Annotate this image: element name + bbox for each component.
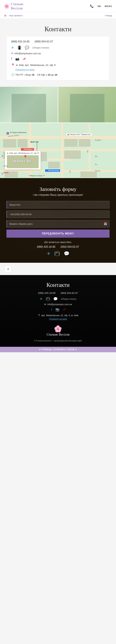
footer-pinterest-icon[interactable]: 𝒫 — [63, 308, 65, 312]
contact-card-section: (066) 425-16-85 (050) 934-62-07 ✈ 📳 💬 (О… — [0, 36, 116, 84]
phone-icon[interactable]: 📞 — [90, 4, 94, 8]
dev-footer[interactable]: ★ ГЛЯНЕЦЬ: РОЗРОБКА САЙТІВ ★ — [0, 347, 116, 352]
footer-facebook-icon[interactable]: f — [51, 308, 52, 312]
map-popup-close[interactable]: ✕ — [37, 152, 39, 154]
footer-phone1-number: 425-16-85 — [45, 292, 56, 294]
page-title-section: Контакти — [0, 18, 116, 36]
language-selector[interactable]: UA — [98, 5, 101, 8]
menu-button[interactable]: MENU — [105, 5, 112, 8]
reberna-icon: 📍 — [43, 175, 45, 176]
footer-viber-icon[interactable]: 📳 — [46, 297, 50, 301]
reberna-label: Реберня на Узвозі 📍 — [29, 175, 45, 176]
footer-instagram-icon[interactable]: 📷 — [56, 308, 59, 312]
page-title: Контакти — [3, 25, 113, 33]
phone2-prefix: (050) — [35, 40, 41, 43]
footer-map-link[interactable]: Показати на мапі — [6, 318, 110, 320]
footer-address: 📍 вул. Межигірська, 22, оф. 9, м. Київ — [6, 314, 110, 317]
phone-input[interactable] — [6, 210, 110, 218]
footer-obedna-label: (Обидва номери) — [61, 298, 76, 300]
viber-icon[interactable]: 📳 — [17, 46, 22, 50]
map-section[interactable]: М М Тараса Шевченка Sport Life ◆ АТБ-Мар… — [0, 123, 116, 178]
okko-text: ОККО — [3, 172, 8, 174]
footer-logo-line1: Стильне — [47, 333, 58, 336]
map-road-v3 — [89, 123, 90, 178]
contact-card: (066) 425-16-85 (050) 934-62-07 ✈ 📳 💬 (О… — [6, 36, 110, 80]
marry-me-label: MARRY ME — [14, 160, 32, 163]
footer-whatsapp-icon[interactable]: 💬 — [53, 297, 58, 301]
scroll-top-button[interactable]: ∧ — [4, 265, 12, 272]
footer-logo-tree: 🌸 — [6, 325, 110, 333]
name-input[interactable] — [6, 201, 110, 208]
phone1-prefix: (066) — [11, 40, 17, 43]
logo-line2: Весілля — [11, 6, 23, 10]
building-7 — [64, 150, 81, 159]
pin-icon: 📍 — [11, 63, 15, 67]
date-input[interactable] — [7, 220, 104, 228]
form-messengers: ✈ 📳 💬 — [6, 251, 110, 256]
footer-email-text: info@yesyesyes.com.ua — [47, 303, 72, 306]
map-fb-pin-3: 𝕗 — [69, 170, 70, 174]
ku-label: Ку... — [95, 164, 98, 165]
location-pin[interactable]: 📍 — [23, 155, 28, 160]
form-or-label: або зв'яжіться самостійно. — [6, 241, 110, 244]
telegram-icon[interactable]: ✈ — [11, 46, 14, 50]
map-link[interactable]: Показати на мапі — [15, 68, 35, 71]
footer-contact: Контакти (066) 425-16-85 (050) 934-62-07… — [0, 275, 116, 347]
back-arrow-icon: ‹ — [104, 14, 105, 17]
footer-phone2[interactable]: (050) 934-62-07 — [60, 292, 78, 294]
gallery-photo-right — [58, 87, 116, 122]
breadcrumb-link[interactable]: Інші проекти — [9, 14, 22, 17]
gymnasium-text: Гімназія №107 "Введенська" — [70, 134, 91, 135]
address-text: м. Київ, вул. Межигірська, 22, оф. 9 — [16, 64, 56, 66]
map-address-label: м. Київ, вул. Межигірська, 22, оф. 9 — [7, 152, 39, 154]
phone2-number: 934-62-07 — [41, 40, 53, 43]
instagram-icon[interactable]: 📷 — [15, 57, 19, 61]
form-whatsapp-icon[interactable]: 💬 — [64, 251, 69, 256]
building-8 — [48, 162, 59, 168]
logo[interactable]: 🌸 Стильне Весілля — [4, 2, 23, 10]
photo-figure-right — [70, 94, 105, 122]
social-icons: f 📷 𝒫 — [11, 57, 105, 61]
atb-marker: ◆ АТБ-Маркет — [21, 148, 34, 150]
facebook-icon[interactable]: f — [11, 57, 12, 61]
breadcrumb: 🌸 › Інші проекти ‹ Назад — [0, 13, 116, 18]
footer-address-text: вул. Межигірська, 22, оф. 9, м. Київ — [41, 314, 78, 317]
header-actions: 📞 UA MENU — [90, 4, 112, 8]
phone-item-1[interactable]: (066) 425-16-85 — [11, 40, 29, 43]
footer-title: Контакти — [6, 282, 110, 288]
zhitniy-label: Житній ринок — [48, 170, 59, 172]
footer-social: f 📷 𝒫 — [6, 308, 110, 312]
photo-figure-left — [12, 94, 46, 122]
map-fb-pin-4: 𝕗 — [87, 150, 88, 153]
phone-item-2[interactable]: (050) 934-62-07 — [35, 40, 53, 43]
footer-telegram-icon[interactable]: ✈ — [40, 297, 43, 301]
footer-logo-text: Стильне Весілля — [6, 333, 110, 336]
phone1-number: 425-16-85 — [18, 40, 29, 43]
building-10 — [81, 172, 97, 177]
puzata-label: Пузата — [95, 170, 100, 172]
obedna-label: (Обидва номери) — [32, 46, 49, 49]
footer-email[interactable]: ✉ info@yesyesyes.com.ua — [6, 303, 110, 306]
form-section: Заповніть форму і ми створимо Вашу ідеал… — [0, 178, 116, 263]
back-button[interactable]: ‹ Назад — [104, 14, 112, 17]
form-phone2[interactable]: (050) 934-62-07 — [60, 246, 79, 248]
whatsapp-icon[interactable]: 💬 — [25, 46, 29, 50]
pinterest-icon[interactable]: 𝒫 — [23, 57, 25, 61]
email-address: info@yesyesyes.com.ua — [14, 52, 41, 55]
contact-address: 📍 м. Київ, вул. Межигірська, 22, оф. 9 — [11, 63, 105, 67]
footer-phone1[interactable]: (066) 425-16-85 — [38, 292, 56, 294]
logo-tree-icon: 🌸 — [4, 4, 9, 9]
submit-button[interactable]: ПЕРЕДЗВОНІТЬ МЕНІ!! — [6, 230, 110, 238]
map-road-v2 — [61, 123, 63, 178]
form-telegram-icon[interactable]: ✈ — [47, 251, 51, 256]
building-6 — [79, 139, 90, 146]
email-icon: ✉ — [11, 52, 13, 55]
home-icon[interactable]: 🌸 — [4, 14, 7, 17]
calendar-icon: 📅 — [104, 222, 109, 226]
form-viber-icon[interactable]: 📳 — [54, 251, 60, 256]
footer-logo: 🌸 Стильне Весілля — [6, 325, 110, 336]
contact-hours: 🕐 ПН-ПТ: з 9 до 19 СБ-НД: з 10 до 18 — [11, 73, 105, 76]
clock-icon: 🕐 — [11, 73, 14, 76]
contact-email[interactable]: ✉ info@yesyesyes.com.ua — [11, 52, 105, 55]
form-phone1[interactable]: (066) 425-16-85 — [37, 246, 56, 248]
